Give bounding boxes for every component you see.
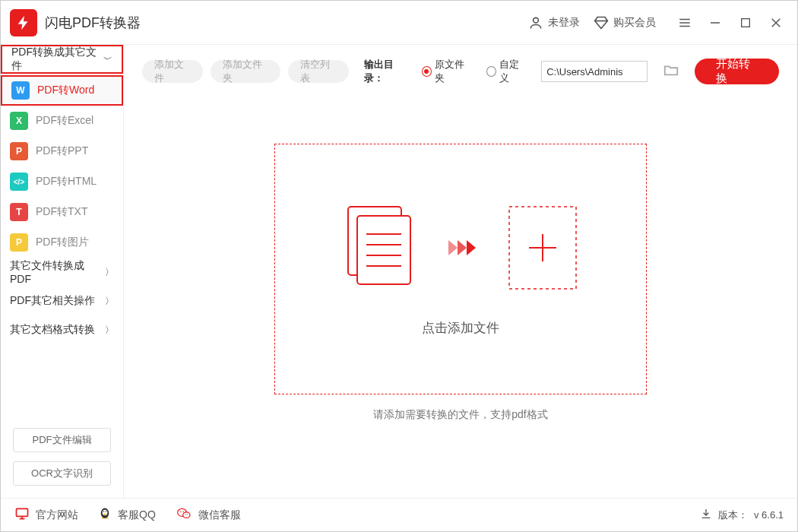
arrow-right-icon	[447, 237, 482, 261]
html-icon: </>	[10, 173, 28, 191]
login-button[interactable]: 未登录	[528, 15, 580, 30]
maximize-button[interactable]	[730, 8, 761, 38]
clear-list-button[interactable]: 清空列表	[288, 60, 349, 83]
radio-label: 原文件夹	[435, 58, 471, 85]
add-target-icon	[505, 202, 581, 296]
radio-empty-icon	[486, 66, 496, 77]
svg-point-21	[180, 511, 182, 513]
menu-label: PDF转Word	[37, 84, 94, 97]
sidebar: PDF转换成其它文件 ﹀ W PDF转Word X PDF转Excel P PD…	[1, 45, 124, 498]
svg-point-24	[187, 514, 188, 515]
version-prefix: 版本：	[718, 508, 748, 522]
wechat-label: 微信客服	[198, 508, 241, 522]
pdf-edit-button[interactable]: PDF文件编辑	[13, 428, 111, 452]
app-window: 闪电PDF转换器 未登录 购买会员	[0, 0, 798, 532]
menu-label: PDF转Excel	[36, 114, 93, 128]
monitor-icon	[14, 506, 30, 524]
svg-rect-1	[742, 18, 750, 27]
svg-rect-11	[17, 508, 28, 516]
chevron-right-icon: 〉	[105, 266, 114, 279]
document-stack-icon	[340, 202, 424, 296]
menu-label: PDF转图片	[36, 236, 89, 249]
category-other-format[interactable]: 其它文档格式转换 〉	[1, 315, 123, 344]
wechat-icon	[176, 506, 192, 524]
dropzone[interactable]: 点击添加文件	[274, 144, 647, 394]
txt-icon: T	[10, 203, 28, 221]
dropzone-graphic	[340, 202, 581, 296]
minimize-button[interactable]	[700, 8, 730, 38]
svg-point-17	[101, 518, 103, 519]
version-number: v 6.6.1	[754, 509, 784, 521]
radio-dot-icon	[422, 66, 432, 77]
add-folder-button[interactable]: 添加文件夹	[211, 60, 280, 83]
version-info[interactable]: 版本： v 6.6.1	[700, 508, 784, 522]
menu-pdf-to-txt[interactable]: T PDF转TXT	[1, 197, 123, 227]
buy-vip-label: 购买会员	[613, 16, 656, 30]
excel-icon: X	[10, 112, 28, 130]
login-label: 未登录	[548, 16, 580, 30]
menu-pdf-to-excel[interactable]: X PDF转Excel	[1, 106, 123, 136]
word-icon: W	[11, 81, 30, 100]
category-label: 其它文档格式转换	[10, 323, 95, 337]
dropzone-area: 点击添加文件 请添加需要转换的文件，支持pdf格式	[124, 98, 797, 498]
menu-pdf-to-image[interactable]: P PDF转图片	[1, 227, 123, 258]
statusbar: 官方网站 客服QQ 微信客服 版本： v 6.6.1	[1, 498, 797, 531]
chevron-down-icon: ﹀	[103, 53, 112, 66]
svg-point-14	[103, 511, 105, 512]
browse-folder-icon[interactable]	[663, 62, 679, 81]
body: PDF转换成其它文件 ﹀ W PDF转Word X PDF转Excel P PD…	[1, 45, 797, 498]
svg-point-15	[106, 511, 107, 512]
wechat-support-link[interactable]: 微信客服	[176, 506, 241, 524]
image-icon: P	[10, 233, 28, 252]
menu-pdf-to-word[interactable]: W PDF转Word	[1, 75, 123, 106]
category-other-to-pdf[interactable]: 其它文件转换成PDF 〉	[1, 258, 123, 287]
svg-point-20	[183, 512, 190, 518]
qq-icon	[98, 506, 112, 524]
category-pdf-to-other[interactable]: PDF转换成其它文件 ﹀	[2, 46, 122, 72]
output-path-input[interactable]: C:\Users\Adminis	[541, 61, 648, 82]
add-file-button[interactable]: 添加文件	[142, 60, 203, 83]
ocr-button[interactable]: OCR文字识别	[13, 461, 111, 486]
menu-list: W PDF转Word X PDF转Excel P PDF转PPT </> PDF…	[1, 74, 123, 258]
main-panel: 添加文件 添加文件夹 清空列表 输出目录： 原文件夹 自定义 C:\Users\…	[124, 45, 797, 498]
svg-point-16	[103, 514, 106, 515]
qq-support-link[interactable]: 客服QQ	[98, 506, 156, 524]
buy-vip-button[interactable]: 购买会员	[594, 15, 656, 30]
chevron-right-icon: 〉	[105, 295, 114, 308]
output-dir-label: 输出目录：	[364, 58, 410, 85]
category-label: PDF其它相关操作	[10, 294, 95, 308]
category-label: 其它文件转换成PDF	[10, 259, 105, 285]
app-logo-icon	[10, 9, 37, 36]
qq-label: 客服QQ	[118, 508, 156, 522]
official-website-link[interactable]: 官方网站	[14, 506, 78, 524]
menu-label: PDF转HTML	[36, 175, 97, 188]
menu-button[interactable]	[670, 8, 700, 38]
toolbar: 添加文件 添加文件夹 清空列表 输出目录： 原文件夹 自定义 C:\Users\…	[124, 45, 797, 98]
diamond-icon	[594, 15, 609, 30]
close-button[interactable]	[761, 8, 791, 38]
radio-source-folder[interactable]: 原文件夹	[422, 58, 471, 85]
svg-point-22	[182, 511, 184, 513]
radio-custom-folder[interactable]: 自定义	[486, 58, 527, 85]
svg-point-18	[106, 518, 108, 519]
svg-point-0	[534, 17, 539, 23]
download-icon	[700, 508, 712, 522]
category-pdf-other-ops[interactable]: PDF其它相关操作 〉	[1, 287, 123, 315]
svg-point-23	[185, 514, 185, 515]
ppt-icon: P	[10, 142, 28, 160]
titlebar: 闪电PDF转换器 未登录 购买会员	[1, 1, 797, 45]
menu-label: PDF转TXT	[36, 205, 87, 219]
user-icon	[528, 15, 543, 30]
chevron-right-icon: 〉	[105, 324, 114, 337]
svg-rect-3	[357, 216, 410, 284]
menu-label: PDF转PPT	[36, 144, 88, 158]
website-label: 官方网站	[36, 508, 78, 522]
app-title: 闪电PDF转换器	[45, 14, 141, 32]
start-convert-button[interactable]: 开始转换	[695, 59, 779, 84]
menu-pdf-to-html[interactable]: </> PDF转HTML	[1, 166, 123, 197]
menu-pdf-to-ppt[interactable]: P PDF转PPT	[1, 136, 123, 166]
dropzone-hint: 请添加需要转换的文件，支持pdf格式	[373, 408, 547, 422]
radio-label: 自定义	[499, 58, 527, 85]
dropzone-label: 点击添加文件	[422, 319, 499, 337]
category-label: PDF转换成其它文件	[11, 46, 103, 73]
